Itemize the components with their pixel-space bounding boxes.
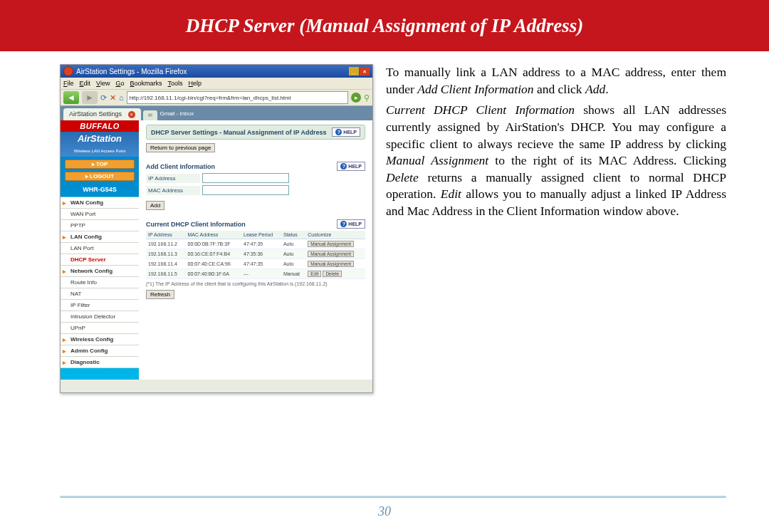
nav-wan-port[interactable]: WAN Port [61,209,139,220]
menu-tools[interactable]: Tools [167,80,182,87]
tab-secondary-label: Gmail - Inbox [160,110,194,117]
col-mac: MAC Address [185,231,241,239]
manual-assignment-button[interactable]: Manual Assignment [308,251,354,257]
nav-network-config[interactable]: Network Config [61,266,139,277]
firefox-icon [63,66,73,76]
menu-edit[interactable]: Edit [80,80,91,87]
current-client-section: Current DHCP Client Information HELP [146,219,365,229]
help-button[interactable]: HELP [332,127,360,137]
footer-rule [60,496,726,498]
return-button[interactable]: Return to previous page [146,143,215,152]
menu-file[interactable]: File [63,80,74,87]
nav-upnp[interactable]: UPnP [61,323,139,334]
sidebar: BUFFALO AirStation Wireless LAN Access P… [61,120,139,380]
table-footnote: (*1) The IP Address of the client that i… [146,281,365,286]
address-bar[interactable]: http://192.168.11.1/cgi-bin/cgi?req=frm&… [127,91,348,104]
tab-secondary[interactable]: ✉ [143,110,157,120]
paragraph-1: To manually link a LAN address to a MAC … [386,64,726,98]
tab-bar: AirStation Settings × ✉ Gmail - Inbox [61,106,372,120]
top-button[interactable]: ▸ TOP [65,160,135,169]
menu-help[interactable]: Help [188,80,202,87]
instruction-text: To manually link a LAN address to a MAC … [386,64,726,468]
nav-lan-config[interactable]: LAN Config [61,231,139,243]
nav-pptp[interactable]: PPTP [61,220,139,231]
main-panel: DHCP Server Settings - Manual Assignment… [139,120,372,380]
nav-lan-port[interactable]: LAN Port [61,243,139,254]
col-customize: Customize [305,231,365,239]
header-band: DHCP Server (Manual Assignment of IP Add… [0,0,769,51]
table-row: 192.168.11.2 00:0D:0B:7F:7B:3F 47:47:35 … [146,239,365,249]
nav-intrusion[interactable]: Intrusion Detector [61,311,139,323]
menu-bookmarks[interactable]: Bookmarks [130,80,162,87]
go-button[interactable]: ▸ [351,93,361,103]
page-title: DHCP Server (Manual Assignment of IP Add… [186,15,584,37]
nav-ipfilter[interactable]: IP Filter [61,300,139,311]
table-row: 192.168.11.3 00:16:CE:07:F4:B4 47:35:36 … [146,249,365,259]
window-titlebar: AirStation Settings - Mozilla Firefox _ … [61,65,372,78]
forward-button[interactable]: ► [82,91,98,104]
close-button[interactable]: × [360,67,370,75]
panel-title-text: DHCP Server Settings - Manual Assignment… [151,129,327,136]
product-logo: AirStation Wireless LAN Access Point [61,132,139,157]
col-lease: Lease Period [241,231,281,239]
ip-address-input[interactable] [202,173,289,183]
manual-assignment-button[interactable]: Manual Assignment [308,261,354,267]
add-client-section: Add Client Information HELP [146,162,365,171]
table-row: 192.168.11.4 00:07:40:CE:CA:96 47:47:35 … [146,259,365,269]
delete-button[interactable]: Delete [323,271,342,277]
stop-icon[interactable]: ✕ [110,93,116,103]
nav-dhcp-server[interactable]: DHCP Server [61,254,139,266]
page-number: 30 [0,504,769,519]
help-button-3[interactable]: HELP [337,219,365,229]
add-button[interactable]: Add [146,201,164,210]
nav-route-info[interactable]: Route Info [61,277,139,288]
table-row: 192.168.11.5 00:07:40:B0:1F:6A --- Manua… [146,269,365,279]
col-ip: IP Address [146,231,185,239]
back-button[interactable]: ◄ [63,91,79,104]
menu-go[interactable]: Go [115,80,124,87]
home-icon[interactable]: ⌂ [119,93,124,102]
panel-title-bar: DHCP Server Settings - Manual Assignment… [146,125,365,140]
browser-toolbar: ◄ ► ⟳ ✕ ⌂ http://192.168.11.1/cgi-bin/cg… [61,89,372,106]
nav-wireless-config[interactable]: Wireless Config [61,334,139,345]
tab-active[interactable]: AirStation Settings × [63,108,141,120]
search-tool-icon[interactable]: ⚲ [364,93,370,103]
ip-address-label: IP Address [146,174,200,183]
menu-bar: File Edit View Go Bookmarks Tools Help [61,78,372,89]
nav-admin-config[interactable]: Admin Config [61,345,139,357]
edit-button[interactable]: Edit [308,271,321,277]
minimize-button[interactable]: _ [349,67,359,75]
manual-assignment-button[interactable]: Manual Assignment [308,241,354,247]
paragraph-2: Current DHCP Client Information shows al… [386,102,726,219]
model-label: WHR-G54S [61,184,139,197]
mac-address-label: MAC Address [146,186,200,195]
brand-logo: BUFFALO [61,120,139,132]
client-table: IP Address MAC Address Lease Period Stat… [146,231,365,279]
col-status: Status [281,231,305,239]
mac-address-input[interactable] [202,185,289,195]
nav-diagnostic[interactable]: Diagnostic [61,357,139,368]
nav-nat[interactable]: NAT [61,288,139,300]
reload-icon[interactable]: ⟳ [100,93,107,103]
nav-wan-config[interactable]: WAN Config [61,197,139,209]
screenshot-figure: AirStation Settings - Mozilla Firefox _ … [60,64,373,468]
help-button-2[interactable]: HELP [337,162,365,171]
logout-button[interactable]: ▸ LOGOUT [65,172,135,181]
window-title: AirStation Settings - Mozilla Firefox [76,68,187,75]
refresh-button[interactable]: Refresh [146,290,174,299]
menu-view[interactable]: View [96,80,110,87]
tab-close-icon[interactable]: × [128,111,135,118]
